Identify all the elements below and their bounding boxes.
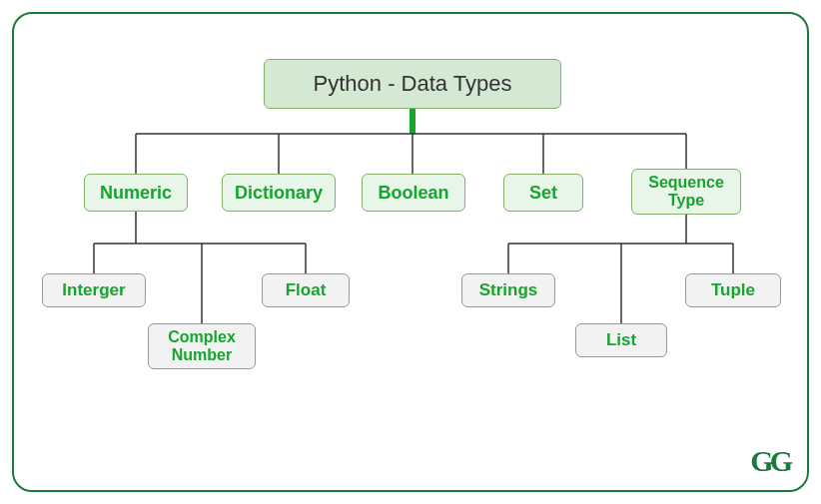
geeksforgeeks-logo: GG [750, 444, 789, 478]
node-tuple: Tuple [685, 273, 781, 307]
diagram-frame: Python - Data Types Numeric Dictionary B… [12, 12, 809, 492]
node-sequence-type: Sequence Type [631, 169, 741, 215]
node-list: List [575, 323, 667, 357]
node-dictionary: Dictionary [222, 174, 336, 212]
node-float: Float [262, 273, 350, 307]
node-strings: Strings [461, 273, 555, 307]
node-numeric: Numeric [84, 174, 188, 212]
node-integer: Interger [42, 273, 146, 307]
node-complex-number: Complex Number [148, 323, 256, 369]
node-set: Set [503, 174, 583, 212]
node-boolean: Boolean [362, 174, 465, 212]
root-node: Python - Data Types [264, 59, 561, 109]
